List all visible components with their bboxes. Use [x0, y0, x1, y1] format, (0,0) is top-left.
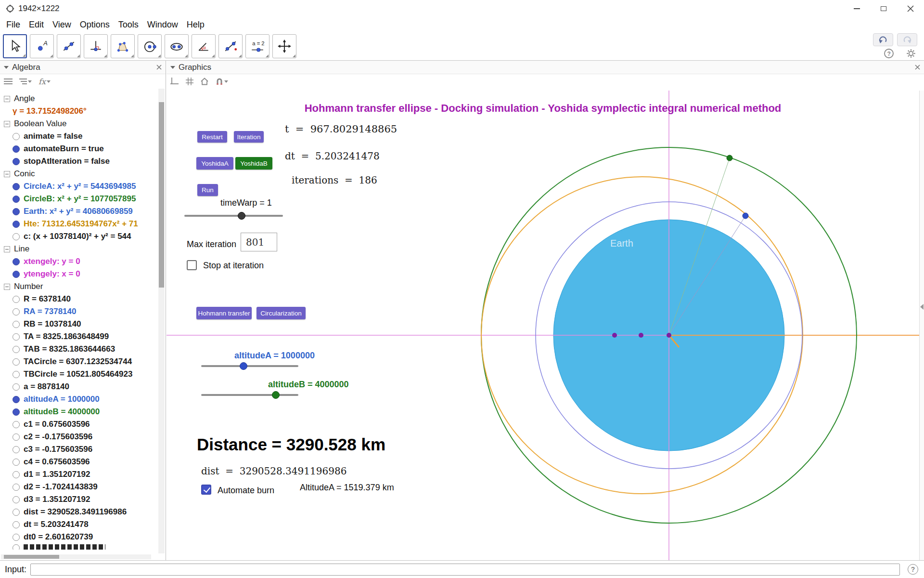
- collapse-icon[interactable]: [4, 96, 10, 102]
- menu-file[interactable]: File: [2, 20, 25, 30]
- visibility-marble[interactable]: [13, 321, 20, 328]
- collapse-icon[interactable]: [4, 171, 10, 177]
- algebra-item-row[interactable]: c1 = 0.675603596: [0, 418, 157, 431]
- algebra-item-row[interactable]: d1 = 1.351207192: [0, 468, 157, 481]
- algebra-section-row[interactable]: Conic: [0, 168, 157, 180]
- algebra-item-row[interactable]: stopAtIteration = false: [0, 155, 157, 168]
- algebra-item-row[interactable]: c2 = -0.175603596: [0, 431, 157, 443]
- altitudeB-slider-track[interactable]: [201, 394, 298, 396]
- visibility-marble[interactable]: [13, 296, 20, 303]
- collapse-icon[interactable]: [4, 121, 10, 127]
- algebra-item-row[interactable]: c: (x + 10378140)² + y² = 544: [0, 230, 157, 243]
- menu-edit[interactable]: Edit: [25, 20, 48, 30]
- close-graphics-button[interactable]: [915, 65, 920, 70]
- visibility-marble[interactable]: [13, 496, 20, 503]
- algebra-item-row[interactable]: animate = false: [0, 130, 157, 143]
- settings-button[interactable]: [906, 48, 916, 59]
- algebra-item-row[interactable]: TBCircle = 10521.805464923: [0, 368, 157, 381]
- move-tool-button[interactable]: [3, 34, 27, 58]
- visibility-marble[interactable]: [13, 509, 20, 516]
- menu-help[interactable]: Help: [182, 20, 209, 30]
- maximize-button[interactable]: [870, 0, 897, 17]
- visibility-marble[interactable]: [13, 271, 20, 278]
- algebra-item-row[interactable]: Hte: 71312.6453194767x² + 71: [0, 218, 157, 230]
- algebra-section-row[interactable]: Angle: [0, 92, 157, 105]
- ellipse-tool-button[interactable]: [165, 34, 189, 58]
- algebra-item-row[interactable]: RA = 7378140: [0, 305, 157, 318]
- circularization-button[interactable]: Circularization: [257, 307, 306, 319]
- visibility-marble[interactable]: [13, 196, 20, 203]
- algebra-item-row[interactable]: Earth: x² + y² = 40680669859: [0, 205, 157, 218]
- visibility-marble[interactable]: [13, 371, 20, 378]
- algebra-item-row[interactable]: RB = 10378140: [0, 318, 157, 330]
- visibility-marble[interactable]: [13, 308, 20, 315]
- point-capturing-icon[interactable]: [216, 78, 228, 85]
- collapse-icon[interactable]: [4, 246, 10, 252]
- panel-menu-icon[interactable]: [4, 66, 9, 69]
- visibility-marble[interactable]: [13, 534, 20, 541]
- algebra-section-row[interactable]: Boolean Value: [0, 118, 157, 130]
- algebra-item-row[interactable]: dist = 3290528.3491196986: [0, 506, 157, 518]
- auxiliary-objects-icon[interactable]: [4, 78, 13, 85]
- altitudeA-slider-thumb[interactable]: [240, 362, 247, 370]
- visibility-marble[interactable]: [13, 421, 20, 428]
- algebra-item-row[interactable]: CircleA: x² + y² = 5443694985: [0, 180, 157, 193]
- algebra-item-row[interactable]: altitudeB = 4000000: [0, 406, 157, 418]
- algebra-item-row[interactable]: xtengely: y = 0: [0, 255, 157, 268]
- angle-tool-button[interactable]: α: [192, 34, 216, 58]
- visibility-marble[interactable]: [13, 258, 20, 265]
- stop-at-iteration-checkbox[interactable]: [187, 260, 197, 270]
- algebra-item-row[interactable]: d2 = -1.7024143839: [0, 481, 157, 493]
- algebra-item-row[interactable]: altitudeA = 1000000: [0, 393, 157, 406]
- visibility-marble[interactable]: [13, 484, 20, 491]
- algebra-item-row[interactable]: automateBurn = true: [0, 143, 157, 155]
- visibility-marble[interactable]: [13, 346, 20, 353]
- algebra-item-row[interactable]: d3 = 1.351207192: [0, 493, 157, 506]
- algebra-horizontal-scrollbar[interactable]: [1, 554, 151, 559]
- restart-button[interactable]: Restart: [197, 131, 227, 143]
- show-grid-icon[interactable]: [186, 78, 193, 85]
- algebra-item-row[interactable]: TAB = 8325.1863644663: [0, 343, 157, 355]
- run-button[interactable]: Run: [197, 184, 218, 196]
- visibility-marble[interactable]: [13, 233, 20, 240]
- menu-options[interactable]: Options: [76, 20, 114, 30]
- algebra-vertical-scrollbar[interactable]: [158, 89, 165, 553]
- undo-button[interactable]: [873, 33, 893, 46]
- close-button[interactable]: [897, 0, 924, 17]
- visibility-marble[interactable]: [13, 145, 20, 153]
- collapse-icon[interactable]: [4, 284, 10, 290]
- algebra-item-row[interactable]: γ = 13.7152498206°: [0, 105, 157, 118]
- visibility-marble[interactable]: [13, 446, 20, 453]
- redo-button[interactable]: [897, 33, 917, 46]
- menu-view[interactable]: View: [48, 20, 76, 30]
- collapse-panel-arrow-icon[interactable]: [920, 304, 924, 310]
- move-graphics-view-tool-button[interactable]: [272, 34, 296, 58]
- show-axes-icon[interactable]: [170, 78, 179, 85]
- algebra-item-row[interactable]: CircleB: x² + y² = 1077057895: [0, 193, 157, 205]
- visibility-marble[interactable]: [13, 383, 20, 391]
- algebra-item-row[interactable]: R = 6378140: [0, 293, 157, 305]
- input-help-icon[interactable]: ?: [908, 564, 918, 575]
- point-tool-button[interactable]: A: [30, 34, 54, 58]
- algebra-item-row[interactable]: a = 8878140: [0, 381, 157, 393]
- default-view-home-icon[interactable]: [200, 78, 209, 85]
- visibility-marble[interactable]: [13, 521, 20, 528]
- earth-center-point[interactable]: [667, 333, 671, 338]
- sort-objects-icon[interactable]: [19, 78, 32, 85]
- algebra-item-row[interactable]: dt = 5.203241478: [0, 518, 157, 531]
- panel-menu-icon[interactable]: [170, 66, 175, 69]
- visibility-marble[interactable]: [13, 408, 20, 416]
- visibility-marble[interactable]: [13, 471, 20, 478]
- ellipse-center-point[interactable]: [639, 333, 643, 338]
- line-through-points-tool-button[interactable]: [218, 34, 243, 58]
- visibility-marble[interactable]: [13, 396, 20, 403]
- minimize-button[interactable]: [843, 0, 870, 17]
- graphics-canvas[interactable]: Earth Hohmann transfer ellipse - Docking…: [167, 91, 919, 560]
- visibility-marble[interactable]: [13, 133, 20, 140]
- visibility-marble[interactable]: [13, 459, 20, 466]
- automate-burn-checkbox[interactable]: [201, 485, 211, 495]
- timewarp-slider-thumb[interactable]: [238, 212, 245, 220]
- menu-tools[interactable]: Tools: [114, 20, 143, 30]
- hohmann-transfer-button[interactable]: Hohmann transfer: [196, 307, 252, 319]
- close-algebra-button[interactable]: [156, 65, 162, 70]
